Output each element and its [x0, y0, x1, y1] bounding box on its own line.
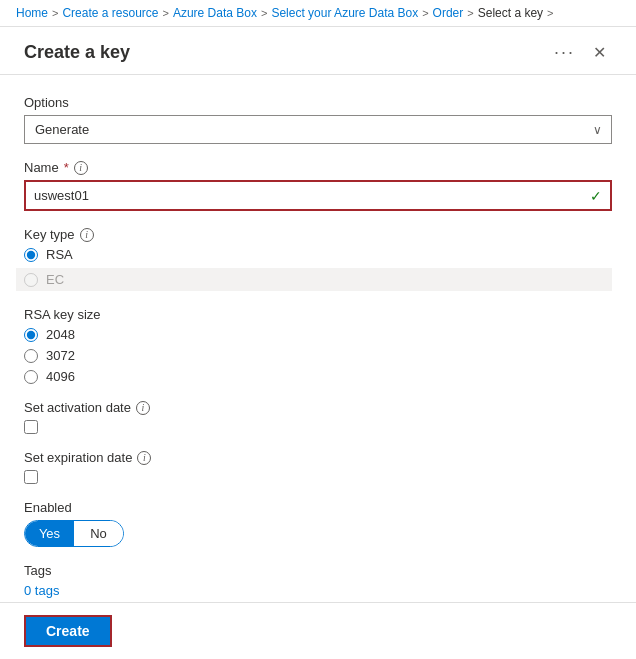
- key-type-ec-radio[interactable]: [24, 273, 38, 287]
- key-type-rsa-radio[interactable]: [24, 248, 38, 262]
- breadcrumb-sep-2: >: [163, 7, 169, 19]
- rsa-key-size-label: RSA key size: [24, 307, 612, 322]
- breadcrumb-sep-6: >: [547, 7, 553, 19]
- rsa-size-radio-group: 2048 3072 4096: [24, 327, 612, 384]
- key-type-radio-group: RSA EC: [24, 247, 612, 291]
- options-select-wrapper: Generate Import Restore Backup: [24, 115, 612, 144]
- expiration-date-label-text: Set expiration date: [24, 450, 132, 465]
- expiration-date-group: Set expiration date i: [24, 450, 612, 484]
- enabled-toggle[interactable]: Yes No: [24, 520, 124, 547]
- toggle-yes[interactable]: Yes: [25, 521, 74, 546]
- options-label-text: Options: [24, 95, 69, 110]
- enabled-label-text: Enabled: [24, 500, 72, 515]
- panel-header: Create a key ··· ✕: [0, 27, 636, 75]
- activation-date-group: Set activation date i: [24, 400, 612, 434]
- rsa-3072-item: 3072: [24, 348, 612, 363]
- rsa-4096-label: 4096: [46, 369, 75, 384]
- key-type-ec-label: EC: [46, 272, 64, 287]
- breadcrumb-home[interactable]: Home: [16, 6, 48, 20]
- activation-date-label-text: Set activation date: [24, 400, 131, 415]
- tags-label-text: Tags: [24, 563, 51, 578]
- options-select[interactable]: Generate Import Restore Backup: [24, 115, 612, 144]
- name-check-icon: ✓: [582, 188, 610, 204]
- tags-link[interactable]: 0 tags: [24, 583, 59, 598]
- name-input[interactable]: [26, 182, 582, 209]
- expiration-date-checkbox-item: [24, 470, 612, 484]
- breadcrumb-sep-1: >: [52, 7, 58, 19]
- breadcrumb-select-azure-data-box[interactable]: Select your Azure Data Box: [271, 6, 418, 20]
- name-label-text: Name: [24, 160, 59, 175]
- tags-label: Tags: [24, 563, 612, 578]
- key-type-rsa-label: RSA: [46, 247, 73, 262]
- create-key-panel: Create a key ··· ✕ Options Generate Impo…: [0, 27, 636, 659]
- toggle-no[interactable]: No: [74, 521, 123, 546]
- key-type-label: Key type i: [24, 227, 612, 242]
- activation-date-checkbox[interactable]: [24, 420, 38, 434]
- rsa-2048-radio[interactable]: [24, 328, 38, 342]
- panel-title: Create a key: [24, 42, 544, 63]
- tags-group: Tags 0 tags: [24, 563, 612, 598]
- rsa-4096-item: 4096: [24, 369, 612, 384]
- rsa-2048-item: 2048: [24, 327, 612, 342]
- name-input-wrapper: ✓: [24, 180, 612, 211]
- breadcrumb-sep-3: >: [261, 7, 267, 19]
- breadcrumb: Home > Create a resource > Azure Data Bo…: [0, 0, 636, 27]
- enabled-label: Enabled: [24, 500, 612, 515]
- create-button[interactable]: Create: [24, 615, 112, 647]
- more-options-icon[interactable]: ···: [554, 42, 575, 63]
- key-type-label-text: Key type: [24, 227, 75, 242]
- rsa-3072-label: 3072: [46, 348, 75, 363]
- rsa-4096-radio[interactable]: [24, 370, 38, 384]
- rsa-3072-radio[interactable]: [24, 349, 38, 363]
- breadcrumb-azure-data-box[interactable]: Azure Data Box: [173, 6, 257, 20]
- activation-date-checkbox-item: [24, 420, 612, 434]
- expiration-date-info-icon[interactable]: i: [137, 451, 151, 465]
- rsa-2048-label: 2048: [46, 327, 75, 342]
- panel-footer: Create: [0, 602, 636, 659]
- breadcrumb-create-resource[interactable]: Create a resource: [62, 6, 158, 20]
- breadcrumb-sep-4: >: [422, 7, 428, 19]
- rsa-key-size-group: RSA key size 2048 3072 4096: [24, 307, 612, 384]
- options-group: Options Generate Import Restore Backup: [24, 95, 612, 144]
- breadcrumb-select-key: Select a key: [478, 6, 543, 20]
- panel-body: Options Generate Import Restore Backup N…: [0, 75, 636, 602]
- key-type-info-icon[interactable]: i: [80, 228, 94, 242]
- rsa-key-size-label-text: RSA key size: [24, 307, 101, 322]
- key-type-ec-item: EC: [16, 268, 612, 291]
- page-wrapper: Home > Create a resource > Azure Data Bo…: [0, 0, 636, 659]
- breadcrumb-order[interactable]: Order: [433, 6, 464, 20]
- activation-date-info-icon[interactable]: i: [136, 401, 150, 415]
- breadcrumb-sep-5: >: [467, 7, 473, 19]
- key-type-rsa-item: RSA: [24, 247, 612, 262]
- enabled-group: Enabled Yes No: [24, 500, 612, 547]
- options-label: Options: [24, 95, 612, 110]
- activation-date-label: Set activation date i: [24, 400, 612, 415]
- name-required-marker: *: [64, 160, 69, 175]
- key-type-group: Key type i RSA EC: [24, 227, 612, 291]
- name-label: Name * i: [24, 160, 612, 175]
- name-group: Name * i ✓: [24, 160, 612, 211]
- expiration-date-checkbox[interactable]: [24, 470, 38, 484]
- name-info-icon[interactable]: i: [74, 161, 88, 175]
- expiration-date-label: Set expiration date i: [24, 450, 612, 465]
- close-icon[interactable]: ✕: [587, 41, 612, 64]
